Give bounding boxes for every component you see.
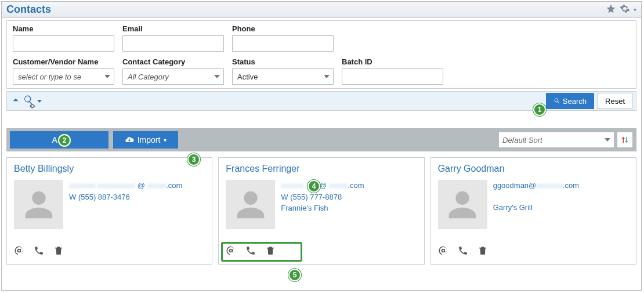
contact-info: ggoodman@xxxxxxx.com Garry's Grill xyxy=(493,180,579,229)
status-label: Status xyxy=(232,57,334,66)
contact-card: Betty Billingsly xxxxxxx xxxxxxxxxx @ xx… xyxy=(6,157,212,265)
cv-select[interactable]: select or type to se xyxy=(13,68,114,85)
search-icon xyxy=(553,97,560,104)
at-icon[interactable] xyxy=(226,245,236,258)
collapse-icon[interactable] xyxy=(10,95,21,107)
dropdown-icon[interactable]: ▾ xyxy=(634,6,636,13)
contact-name[interactable]: Frances Ferringer xyxy=(226,164,417,174)
batch-label: Batch ID xyxy=(342,57,443,66)
avatar xyxy=(438,180,487,229)
status-select[interactable]: Active xyxy=(232,68,334,85)
contact-info: xxxxxx xxx @ xxxxx.com W (555) 777-8878 … xyxy=(281,180,364,229)
chevron-down-icon: ▾ xyxy=(164,137,167,143)
email-input[interactable] xyxy=(122,35,224,52)
cards-row: Betty Billingsly xxxxxxx xxxxxxxxxx @ xx… xyxy=(6,157,636,265)
chevron-down-icon xyxy=(324,75,330,78)
name-label: Name xyxy=(13,24,114,33)
app-frame: Contacts ▾ Name Email Phone xyxy=(1,1,642,291)
trash-icon[interactable] xyxy=(477,245,488,258)
page-title: Contacts xyxy=(6,3,51,16)
card-actions xyxy=(438,245,488,258)
category-select[interactable]: All Category xyxy=(122,68,224,85)
cloud-upload-icon xyxy=(125,135,134,144)
chevron-down-icon xyxy=(214,75,220,78)
email-blurred: xxxxxxx xxxxxxxxxx xyxy=(69,181,135,190)
filter-panel: Name Email Phone Customer/Vendor Name se… xyxy=(6,20,636,89)
phone-label: Phone xyxy=(232,24,334,33)
favorite-icon[interactable] xyxy=(606,3,616,16)
name-input[interactable] xyxy=(13,35,114,52)
header-toolbar: ▾ xyxy=(606,3,636,16)
phone-input[interactable] xyxy=(232,35,334,52)
contact-name[interactable]: Garry Goodman xyxy=(438,164,629,174)
email-prefix: ggoodman@ xyxy=(493,181,537,190)
phone-icon[interactable] xyxy=(245,245,256,258)
contact-info: xxxxxxx xxxxxxxxxx @ xxxxx.com W (555) 8… xyxy=(69,180,182,229)
card-actions xyxy=(14,245,64,258)
action-bar: Add Import ▾ Default Sort xyxy=(6,128,636,151)
contact-company: Garry's Grill xyxy=(493,202,579,214)
at-icon[interactable] xyxy=(14,245,24,258)
trash-icon[interactable] xyxy=(265,245,276,258)
avatar xyxy=(226,180,275,229)
gear-icon[interactable] xyxy=(620,3,630,16)
avatar xyxy=(14,180,63,229)
cv-label: Customer/Vendor Name xyxy=(13,57,114,66)
marker-2: 2 xyxy=(58,134,71,147)
card-actions xyxy=(226,245,276,258)
import-button[interactable]: Import ▾ xyxy=(113,131,178,149)
magnifier-gear-icon[interactable] xyxy=(23,95,34,107)
sort-direction-button[interactable] xyxy=(617,132,633,148)
contact-card: Frances Ferringer xxxxxx xxx @ xxxxx.com… xyxy=(218,157,424,265)
phone-icon[interactable] xyxy=(458,245,468,258)
contact-phone: W (555) 887-3476 xyxy=(69,191,182,203)
search-button[interactable]: Search xyxy=(546,93,594,109)
marker-3: 3 xyxy=(187,153,200,166)
chevron-down-icon[interactable] xyxy=(37,100,42,103)
contact-company: Frannie's Fish xyxy=(281,202,364,214)
marker-1: 1 xyxy=(533,103,546,116)
marker-4: 4 xyxy=(307,180,320,193)
sort-select[interactable]: Default Sort xyxy=(498,132,614,148)
marker-5: 5 xyxy=(288,269,301,281)
email-label: Email xyxy=(122,24,224,33)
contact-card: Garry Goodman ggoodman@xxxxxxx.com Garry… xyxy=(430,157,636,265)
chevron-down-icon xyxy=(605,138,610,142)
at-icon[interactable] xyxy=(438,245,448,258)
svg-point-0 xyxy=(555,99,558,102)
category-label: Contact Category xyxy=(122,57,224,66)
contact-phone: W (555) 777-8878 xyxy=(281,191,364,203)
contact-name[interactable]: Betty Billingsly xyxy=(14,164,205,174)
trash-icon[interactable] xyxy=(53,245,64,258)
phone-icon[interactable] xyxy=(34,245,44,258)
batch-input[interactable] xyxy=(342,68,443,85)
reset-button[interactable]: Reset xyxy=(598,93,632,109)
page-header: Contacts ▾ xyxy=(2,2,641,18)
sort-arrows-icon xyxy=(620,135,629,144)
chevron-down-icon xyxy=(104,75,110,78)
